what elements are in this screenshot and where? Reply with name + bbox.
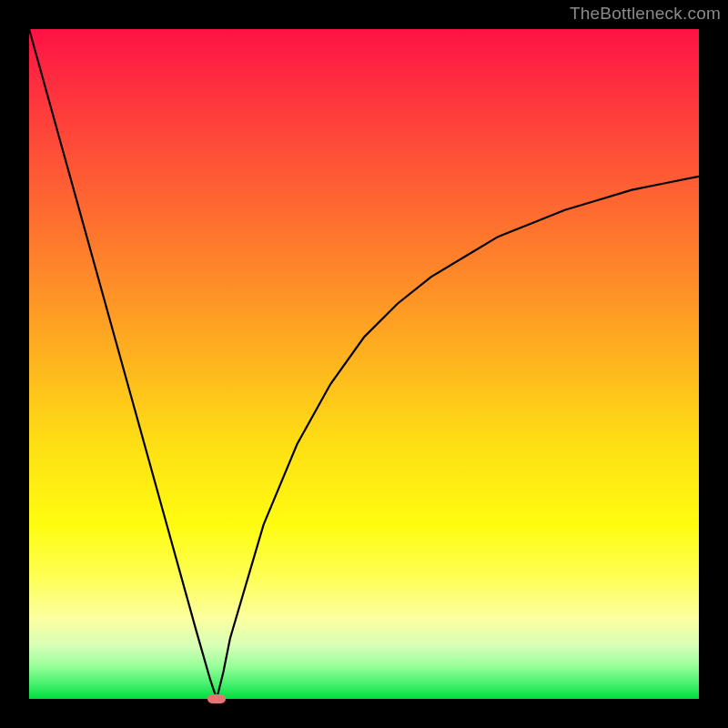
watermark-text: TheBottleneck.com bbox=[570, 4, 721, 24]
chart-container: TheBottleneck.com bbox=[0, 0, 728, 728]
minimum-marker bbox=[207, 694, 226, 703]
plot-area bbox=[29, 29, 699, 699]
curve-path bbox=[29, 29, 699, 699]
bottleneck-curve bbox=[29, 29, 699, 699]
